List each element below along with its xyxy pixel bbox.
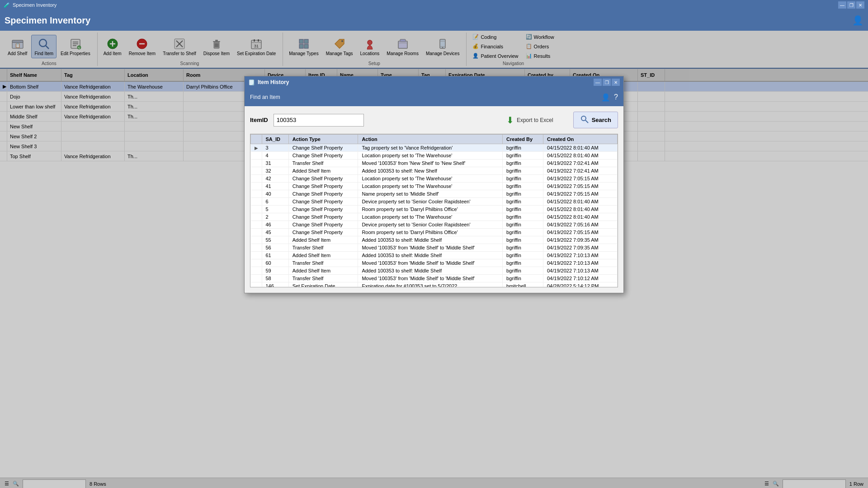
cell-action-type: Transfer Shelf — [288, 160, 358, 167]
cell-created-on: 04/19/2022 7:05:15 AM — [543, 229, 617, 236]
cell-sa-id: 59 — [262, 267, 288, 275]
table-row[interactable]: 42Change Shelf PropertyLocation property… — [251, 175, 618, 183]
cell-created-by: bgriffin — [503, 144, 543, 152]
svg-point-43 — [581, 116, 586, 121]
cell-created-on: 04/19/2022 7:05:15 AM — [543, 183, 617, 190]
table-row[interactable]: 58Transfer ShelfMoved '100353' from 'Mid… — [251, 275, 618, 282]
cell-action-type: Transfer Shelf — [288, 244, 358, 252]
cell-created-on: 04/15/2022 8:01:40 AM — [543, 206, 617, 213]
cell-action-type: Added Shelf Item — [288, 252, 358, 259]
table-row[interactable]: 5Change Shelf PropertyRoom property set … — [251, 206, 618, 213]
table-row[interactable]: 55Added Shelf ItemAdded 100353 to shelf:… — [251, 236, 618, 244]
app-title: Specimen Inventory — [5, 15, 90, 26]
table-row[interactable]: 2Change Shelf PropertyLocation property … — [251, 213, 618, 221]
table-row[interactable]: 6Change Shelf PropertyDevice property se… — [251, 198, 618, 206]
cell-created-on: 04/19/2022 7:05:15 AM — [543, 190, 617, 198]
cell-action: Device property set to 'Senior Cooler Ra… — [358, 221, 503, 229]
cell-sa-id: 61 — [262, 252, 288, 259]
dialog-search-row: ItemID ⬇ Export to Excel Search — [250, 112, 618, 128]
table-row[interactable]: 41Change Shelf PropertyLocation property… — [251, 183, 618, 190]
table-row[interactable]: 56Transfer ShelfMoved '100353' from 'Mid… — [251, 244, 618, 252]
cell-sa-id: 5 — [262, 206, 288, 213]
cell-sa-id: 146 — [262, 282, 288, 288]
cell-created-on: 04/19/2022 7:10:13 AM — [543, 259, 617, 267]
cell-sa-id: 2 — [262, 213, 288, 221]
cell-action-type: Change Shelf Property — [288, 221, 358, 229]
cell-created-on: 04/19/2022 7:10:13 AM — [543, 267, 617, 275]
export-to-excel-button[interactable]: ⬇ Export to Excel — [506, 115, 553, 126]
row-arrow-cell — [251, 183, 262, 190]
dialog-table-container[interactable]: SA_ID Action Type Action Created By Crea… — [250, 134, 618, 287]
cell-action-type: Added Shelf Item — [288, 167, 358, 175]
search-button[interactable]: Search — [573, 112, 618, 128]
close-button[interactable]: ✕ — [856, 1, 864, 9]
dialog-body: ItemID ⬇ Export to Excel Search — [245, 106, 623, 293]
table-row[interactable]: 32Added Shelf ItemAdded 100353 to shelf:… — [251, 167, 618, 175]
cell-created-by: bgriffin — [503, 190, 543, 198]
app-header: Specimen Inventory 👤 — [0, 10, 868, 31]
cell-created-by: bgriffin — [503, 206, 543, 213]
row-arrow-cell — [251, 229, 262, 236]
maximize-button[interactable]: ❐ — [847, 1, 855, 9]
history-table-body: ▶3Change Shelf PropertyTag property set … — [251, 144, 618, 288]
col-header-action[interactable]: Action — [358, 135, 503, 144]
cell-created-on: 04/19/2022 7:02:41 AM — [543, 167, 617, 175]
dialog-close-button[interactable]: ✕ — [612, 79, 620, 86]
table-row[interactable]: 61Added Shelf ItemAdded 100353 to shelf:… — [251, 252, 618, 259]
item-history-dialog: 🗒️ Item History — ❐ ✕ Find an Item 👤 ? I… — [244, 76, 624, 293]
cell-action-type: Added Shelf Item — [288, 236, 358, 244]
row-arrow-cell — [251, 167, 262, 175]
minimize-button[interactable]: — — [838, 1, 846, 9]
table-row[interactable]: 59Added Shelf ItemAdded 100353 to shelf:… — [251, 267, 618, 275]
table-row[interactable]: ▶3Change Shelf PropertyTag property set … — [251, 144, 618, 152]
modal-overlay: 🗒️ Item History — ❐ ✕ Find an Item 👤 ? I… — [0, 31, 868, 488]
export-icon: ⬇ — [506, 115, 514, 126]
cell-created-on: 04/19/2022 7:05:16 AM — [543, 221, 617, 229]
cell-action: Name property set to 'Middle Shelf' — [358, 190, 503, 198]
dialog-titlebar-text: Item History — [258, 79, 289, 85]
cell-created-by: bgriffin — [503, 229, 543, 236]
cell-sa-id: 42 — [262, 175, 288, 183]
cell-created-on: 04/19/2022 7:09:35 AM — [543, 236, 617, 244]
dialog-user-icon[interactable]: 👤 — [601, 93, 610, 102]
dialog-maximize-button[interactable]: ❐ — [603, 79, 611, 86]
window-titlebar: 🧪 Specimen Inventory — ❐ ✕ — [0, 0, 868, 10]
cell-action: Tag property set to 'Vance Refridgeratio… — [358, 144, 503, 152]
user-icon[interactable]: 👤 — [852, 15, 863, 26]
cell-action: Added 100353 to shelf: Middle Shelf — [358, 252, 503, 259]
dialog-minimize-button[interactable]: — — [594, 79, 602, 86]
table-row[interactable]: 4Change Shelf PropertyLocation property … — [251, 152, 618, 160]
item-id-input[interactable] — [274, 114, 364, 127]
cell-action: Moved '100353' from 'Middle Shelf' to 'M… — [358, 244, 503, 252]
cell-created-on: 04/19/2022 7:10:12 AM — [543, 275, 617, 282]
dialog-header: Find an Item 👤 ? — [245, 88, 623, 106]
cell-created-by: bgriffin — [503, 236, 543, 244]
row-arrow-cell — [251, 259, 262, 267]
row-arrow-cell — [251, 252, 262, 259]
dialog-icon: 🗒️ — [248, 79, 255, 85]
cell-created-by: bgriffin — [503, 152, 543, 160]
cell-action: Added 100353 to shelf: Middle Shelf — [358, 236, 503, 244]
cell-created-on: 04/28/2022 5:14:12 PM — [543, 282, 617, 288]
cell-action: Device property set to 'Senior Cooler Ra… — [358, 198, 503, 206]
table-row[interactable]: 45Change Shelf PropertyRoom property set… — [251, 229, 618, 236]
table-row[interactable]: 40Change Shelf PropertyName property set… — [251, 190, 618, 198]
window-controls[interactable]: — ❐ ✕ — [838, 1, 864, 9]
table-row[interactable]: 60Transfer ShelfMoved '100353' from 'Mid… — [251, 259, 618, 267]
table-row[interactable]: 31Transfer ShelfMoved '100353' from 'New… — [251, 160, 618, 167]
col-header-action-type[interactable]: Action Type — [288, 135, 358, 144]
cell-action-type: Change Shelf Property — [288, 175, 358, 183]
col-header-created-by[interactable]: Created By — [503, 135, 543, 144]
row-arrow-cell — [251, 198, 262, 206]
cell-action-type: Change Shelf Property — [288, 190, 358, 198]
dialog-titlebar-controls[interactable]: — ❐ ✕ — [594, 79, 620, 86]
cell-created-by: bgriffin — [503, 175, 543, 183]
cell-created-on: 04/15/2022 8:01:40 AM — [543, 152, 617, 160]
cell-created-by: bmitchell — [503, 282, 543, 288]
table-row[interactable]: 146Set Expiration DateExpiration date fo… — [251, 282, 618, 288]
cell-sa-id: 46 — [262, 221, 288, 229]
col-header-created-on[interactable]: Created On — [543, 135, 617, 144]
table-row[interactable]: 46Change Shelf PropertyDevice property s… — [251, 221, 618, 229]
dialog-help-icon[interactable]: ? — [614, 93, 618, 102]
col-header-sa-id[interactable]: SA_ID — [262, 135, 288, 144]
